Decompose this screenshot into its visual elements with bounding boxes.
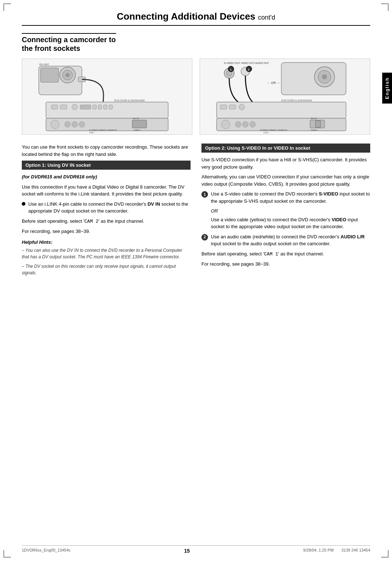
option2-step2: 2 Use an audio cable (red/white) to conn… (201, 233, 370, 247)
corner-mark-br (381, 550, 388, 557)
svg-text:DVD DVDR & SHOWVIEW: DVD DVDR & SHOWVIEW (281, 99, 312, 102)
option2-recording: For recording, see pages 38~39. (201, 261, 370, 268)
svg-rect-11 (80, 105, 91, 109)
svg-text:CAM 2: CAM 2 (311, 129, 317, 131)
intro-text: You can use the front sockets to copy ca… (22, 144, 191, 158)
dv-in-bold: DV IN (147, 201, 160, 207)
section-heading-line1: Connecting a camcorder to (22, 36, 116, 44)
option2-para2: Alternatively, you can use VIDEO connect… (201, 173, 370, 187)
audio-lr-bold: AUDIO L/R (340, 234, 364, 239)
svg-text:← OR →: ← OR → (267, 81, 280, 85)
svg-text:S-VIDEO OUT  VIDEO OUT  AUDIO : S-VIDEO OUT VIDEO OUT AUDIO OUT (224, 62, 270, 64)
option1-para3: For recording, see pages 38~39. (22, 228, 191, 235)
hint1: – You can also use the DV IN to connect … (22, 247, 191, 260)
option2-heading: Option 2: Using S-VIDEO In or VIDEO In s… (201, 144, 370, 153)
svg-text:S-VIDEO  VIDEO  L  AUDIO  R: S-VIDEO VIDEO L AUDIO R (260, 129, 287, 131)
diagram-row: DV OUT (22, 58, 370, 135)
hint2: – The DV socket on this recorder can onl… (22, 263, 191, 276)
svg-rect-8 (51, 105, 58, 109)
footer-center: 15 (184, 548, 190, 554)
svg-text:CAM 1: CAM 1 (264, 132, 269, 134)
svg-text:DV IN: DV IN (133, 117, 139, 120)
option2-step2-text: Use an audio cable (red/white) to connec… (211, 233, 370, 247)
option1-para2: Before start operating, select 'CAM 2' a… (22, 218, 191, 225)
svg-point-19 (72, 121, 78, 127)
svg-rect-35 (281, 62, 346, 95)
footer-right: 9/28/04, 1:25 PM 3139 246 13454 (303, 548, 370, 554)
cam-code-2: CAM 2 (84, 219, 98, 224)
main-title-text: Connecting Additional Devices (117, 11, 256, 22)
corner-mark-tl (4, 4, 11, 11)
svg-point-10 (72, 104, 78, 110)
option2-step1: 1 Use a S-video cable to connect the DVD… (201, 190, 370, 205)
svg-text:1: 1 (230, 68, 232, 71)
svg-point-46 (221, 120, 230, 129)
svg-rect-40 (217, 102, 346, 118)
svg-rect-1 (41, 68, 59, 82)
option2-para1: Use S-VIDEO connection if you have a Hi8… (201, 156, 370, 170)
option2-before-operating: Before start operating, select 'CAM 1' a… (201, 250, 370, 258)
s-video-bold: S-VIDEO (319, 191, 338, 197)
svg-point-48 (242, 121, 248, 127)
svg-text:CAM 2: CAM 2 (134, 129, 140, 131)
main-title-cont: cont'd (258, 14, 275, 21)
cam-code-1: CAM 1 (264, 251, 278, 257)
svg-text:DVD DVDR & SHOWVIEW: DVD DVDR & SHOWVIEW (114, 99, 145, 102)
svg-rect-21 (132, 120, 147, 128)
option1-sub-heading: (for DVDR615 and DVDR616 only) (22, 173, 191, 181)
col-left: You can use the front sockets to copy ca… (22, 144, 191, 279)
footer: 1DVDR6xx_Eng00_13454c 15 9/28/04, 1:25 P… (22, 545, 370, 554)
option2-step1-text: Use a S-video cable to connect the DVD r… (211, 190, 370, 205)
svg-rect-7 (46, 102, 168, 118)
heading-underline (22, 33, 116, 34)
option1-bullet1-text: Use an i.LINK 4-pin cable to connect the… (28, 201, 191, 215)
content-columns: You can use the front sockets to copy ca… (22, 144, 370, 279)
svg-text:DV IN: DV IN (311, 117, 317, 120)
option1-bullet1: Use an i.LINK 4-pin cable to connect the… (22, 201, 191, 215)
svg-rect-14 (103, 105, 107, 109)
main-title: Connecting Additional Devices cont'd (22, 11, 370, 26)
section-heading-line2: the front sockets (22, 44, 80, 52)
svg-text:CAM 1: CAM 1 (89, 132, 94, 134)
corner-mark-tr (381, 4, 388, 11)
col-right: Option 2: Using S-VIDEO In or VIDEO In s… (201, 144, 370, 279)
svg-rect-12 (93, 105, 96, 109)
svg-rect-9 (60, 105, 67, 109)
svg-text:2: 2 (248, 68, 250, 71)
corner-mark-bl (4, 550, 11, 557)
option2-step1b: Use a video cable (yellow) to connect th… (211, 216, 370, 230)
helpful-hints-head: Helpful Hints: (22, 239, 191, 246)
svg-rect-13 (98, 105, 102, 109)
section-heading: Connecting a camcorder to the front sock… (22, 33, 370, 53)
footer-date: 9/28/04, 1:25 PM (303, 548, 334, 552)
svg-rect-51 (315, 121, 320, 127)
bullet-dot (22, 202, 25, 206)
page-wrapper: English Connecting Additional Devices co… (0, 0, 392, 561)
svg-point-43 (239, 104, 245, 110)
footer-left: 1DVDR6xx_Eng00_13454c (22, 548, 71, 554)
svg-point-38 (322, 74, 327, 80)
diagram-right-svg: S-VIDEO OUT VIDEO OUT AUDIO OUT 2 1 ← OR… (200, 59, 370, 134)
video-bold: VIDEO (332, 217, 346, 222)
svg-rect-41 (220, 105, 227, 109)
svg-text:DV OUT: DV OUT (40, 63, 49, 66)
diagram-left-svg: DV OUT (22, 59, 192, 134)
svg-point-49 (250, 121, 256, 127)
svg-point-4 (65, 73, 70, 77)
option1-heading: Option 1: Using DV IN socket (22, 161, 191, 170)
diagram-left: DV OUT (22, 58, 192, 135)
step2-num: 2 (201, 234, 208, 241)
svg-text:S-VIDEO  VIDEO  L  AUDIO  R: S-VIDEO VIDEO L AUDIO R (89, 129, 117, 131)
svg-point-20 (79, 121, 85, 127)
svg-rect-42 (229, 105, 236, 109)
svg-point-17 (50, 120, 59, 129)
footer-product-code: 3139 246 13454 (341, 548, 370, 552)
or-text: OR (211, 207, 370, 215)
diagram-right: S-VIDEO OUT VIDEO OUT AUDIO OUT 2 1 ← OR… (200, 58, 370, 135)
svg-rect-15 (109, 105, 113, 109)
svg-point-18 (65, 121, 70, 127)
svg-point-47 (235, 121, 241, 127)
english-tab: English (382, 73, 392, 104)
option1-para1: Use this connection if you have a Digita… (22, 183, 191, 198)
step1-num: 1 (201, 191, 208, 198)
